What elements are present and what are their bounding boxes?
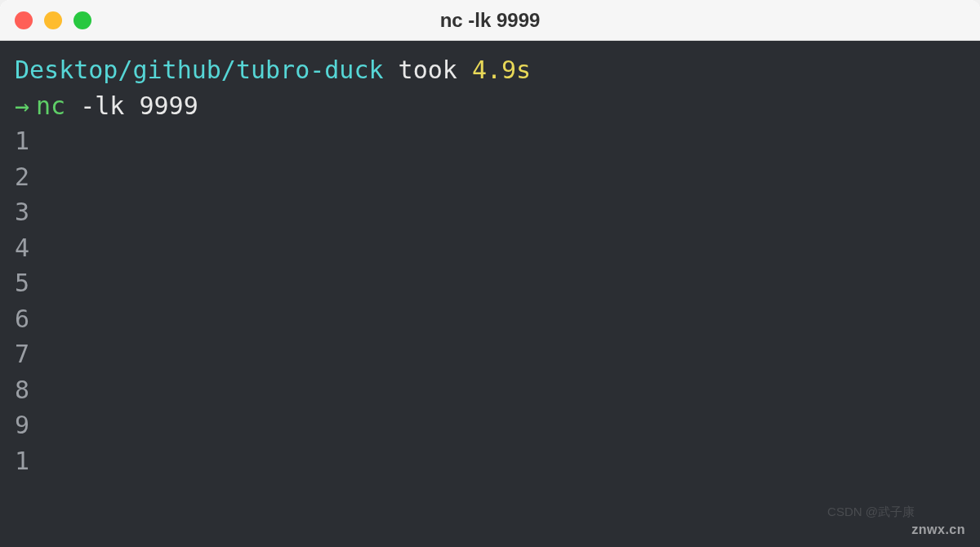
prompt-path-line: Desktop/github/tubro-duck took 4.9s [15, 52, 965, 88]
minimize-button[interactable] [44, 11, 62, 29]
output-line: 1 [15, 123, 965, 159]
prompt-path: Desktop/github/tubro-duck [15, 52, 384, 88]
watermark: znwx.cn [911, 520, 965, 539]
prompt-duration: 4.9s [472, 52, 531, 88]
close-button[interactable] [15, 11, 33, 29]
prompt-command-line: → nc -lk 9999 [15, 88, 965, 124]
watermark-secondary: CSDN @武子康 [827, 503, 915, 521]
prompt-took-word: took [399, 52, 457, 88]
output-line: 3 [15, 194, 965, 230]
titlebar: nc -lk 9999 [0, 0, 980, 41]
output-line: 9 [15, 407, 965, 443]
prompt-arrow-icon: → [15, 88, 29, 124]
output-line: 8 [15, 372, 965, 408]
output-line: 4 [15, 230, 965, 266]
terminal-window: nc -lk 9999 Desktop/github/tubro-duck to… [0, 0, 980, 547]
command-name: nc [36, 88, 65, 124]
output-line: 6 [15, 301, 965, 337]
output-line: 5 [15, 265, 965, 301]
output-line: 1 [15, 443, 965, 479]
command-args: -lk 9999 [80, 88, 198, 124]
window-title: nc -lk 9999 [440, 9, 541, 32]
traffic-lights [15, 11, 91, 29]
output-line: 2 [15, 159, 965, 195]
zoom-button[interactable] [74, 11, 91, 29]
terminal-body[interactable]: Desktop/github/tubro-duck took 4.9s → nc… [0, 41, 980, 547]
output-line: 7 [15, 336, 965, 372]
